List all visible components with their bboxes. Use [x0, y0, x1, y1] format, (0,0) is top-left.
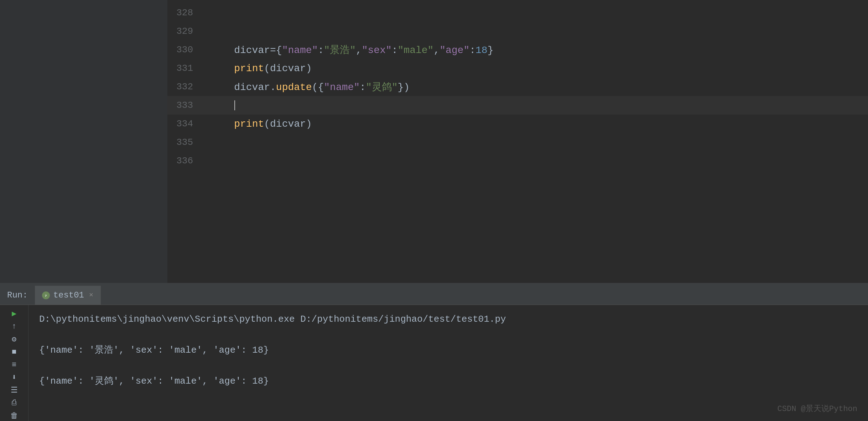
python-icon: P: [42, 291, 50, 299]
line-number: 331: [167, 63, 203, 74]
scroll-up-button[interactable]: ↑: [5, 321, 23, 332]
run-toolbar: ▶↑⚙■≡⬇☰⎙🗑: [0, 305, 28, 421]
run-content: ▶↑⚙■≡⬇☰⎙🗑 D:\pythonitems\jinghao\venv\Sc…: [0, 305, 868, 421]
run-output[interactable]: D:\pythonitems\jinghao\venv\Scripts\pyth…: [28, 305, 868, 421]
line-number: 333: [167, 100, 203, 111]
output-line: D:\pythonitems\jinghao\venv\Scripts\pyth…: [39, 312, 857, 327]
list-button[interactable]: ☰: [5, 385, 23, 396]
code-line[interactable]: 336: [167, 152, 868, 170]
line-number: 330: [167, 44, 203, 55]
editor-area: 328329330 dicvar={"name":"景浩","sex":"mal…: [0, 0, 868, 283]
code-line[interactable]: 335: [167, 133, 868, 152]
code-line[interactable]: 331 print(dicvar): [167, 59, 868, 78]
panel-separator: [0, 283, 868, 286]
run-tab-name: test01: [53, 290, 84, 300]
code-lines: 328329330 dicvar={"name":"景浩","sex":"mal…: [167, 0, 868, 170]
code-line[interactable]: 329: [167, 22, 868, 41]
line-number: 336: [167, 156, 203, 166]
run-tab-close[interactable]: ×: [89, 291, 93, 299]
line-number: 328: [167, 7, 203, 18]
trash-button[interactable]: 🗑: [5, 410, 23, 421]
code-panel[interactable]: 328329330 dicvar={"name":"景浩","sex":"mal…: [167, 0, 868, 283]
run-panel: Run: P test01 × ▶↑⚙■≡⬇☰⎙🗑 D:\pythonitems…: [0, 286, 868, 421]
filter-button[interactable]: ≡: [5, 359, 23, 370]
code-line[interactable]: 330 dicvar={"name":"景浩","sex":"male","ag…: [167, 41, 868, 59]
watermark: CSDN @景天说Python: [778, 403, 857, 414]
print-button[interactable]: ⎙: [5, 398, 23, 408]
line-content[interactable]: dicvar.update({"name":"灵鸽"}): [203, 80, 868, 94]
code-line[interactable]: 334 print(dicvar): [167, 115, 868, 133]
code-line[interactable]: 332 dicvar.update({"name":"灵鸽"}): [167, 78, 868, 96]
output-line: {'name': '灵鸽', 'sex': 'male', 'age': 18}: [39, 374, 857, 389]
svg-text:P: P: [45, 294, 47, 298]
line-number: 329: [167, 26, 203, 37]
left-sidebar: [0, 0, 167, 283]
settings-button[interactable]: ⚙: [5, 334, 23, 345]
run-button[interactable]: ▶: [5, 309, 23, 319]
output-line: {'name': '景浩', 'sex': 'male', 'age': 18}: [39, 343, 857, 358]
run-tab[interactable]: P test01 ×: [35, 286, 101, 305]
code-line[interactable]: 333: [167, 96, 868, 115]
text-cursor: [234, 100, 235, 110]
line-number: 335: [167, 137, 203, 148]
stop-button[interactable]: ■: [5, 347, 23, 357]
line-content[interactable]: dicvar={"name":"景浩","sex":"male","age":1…: [203, 43, 868, 57]
download-button[interactable]: ⬇: [5, 372, 23, 383]
line-number: 332: [167, 81, 203, 92]
line-content[interactable]: [203, 100, 868, 111]
line-number: 334: [167, 119, 203, 129]
run-tab-bar: Run: P test01 ×: [0, 286, 868, 305]
line-content[interactable]: print(dicvar): [203, 119, 868, 130]
code-line[interactable]: 328: [167, 4, 868, 22]
line-content[interactable]: print(dicvar): [203, 63, 868, 74]
run-label: Run:: [0, 290, 35, 300]
